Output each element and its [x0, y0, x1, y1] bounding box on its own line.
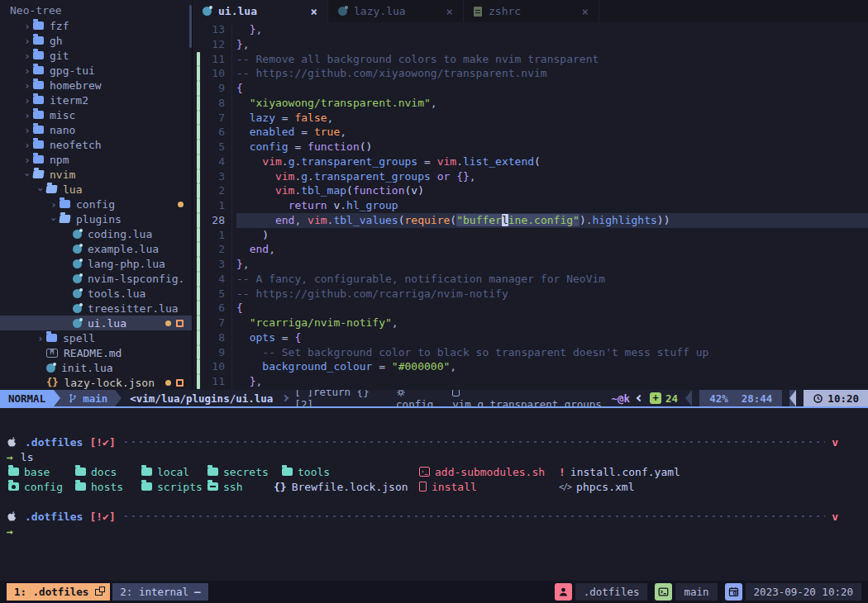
progress-segment: 42% 28:44 — [699, 390, 782, 406]
shell-command-line[interactable]: → ls — [0, 449, 868, 464]
code-text: ) — [236, 228, 868, 243]
modified-dot-icon — [165, 320, 171, 326]
tree-item-config[interactable]: ›config — [0, 197, 192, 211]
tree-item-label: lua — [63, 183, 82, 196]
tmux-window-1[interactable]: 1: .dotfiles — [7, 583, 110, 601]
tree-item-gh[interactable]: ›gh — [0, 33, 192, 48]
tree-item-nvim[interactable]: ›nvim — [0, 167, 192, 182]
tree-item-fzf[interactable]: ›fzf — [0, 18, 192, 33]
gutter-separator — [231, 345, 232, 360]
powerline-separator — [115, 390, 122, 406]
ls-output-row: confighostsscriptsssh{}Brewfile.lock.jso… — [0, 479, 868, 494]
code-line: 28 end, vim.tbl_values(require("bufferli… — [193, 213, 868, 228]
cursor-position: 28:44 — [742, 392, 773, 405]
statusline-right: ~@k + 24 42% 28:44 10:20 — [612, 390, 868, 406]
tree-item-iterm2[interactable]: ›iterm2 — [0, 93, 192, 107]
context-symbol: vim.g.transparent_groups — [452, 390, 603, 406]
tree-item-tools.lua[interactable]: tools.lua — [0, 286, 192, 301]
tree-item-init.lua[interactable]: init.lua — [0, 360, 192, 375]
code-text: enabled = true, — [236, 125, 868, 140]
git-status-badges — [178, 202, 192, 207]
close-icon[interactable]: × — [582, 5, 589, 18]
folder-icon — [8, 468, 19, 476]
line-number: 1 — [200, 228, 227, 243]
terminal-icon — [655, 583, 672, 601]
tmux-branch-name: main — [675, 583, 717, 601]
tab-zshrc[interactable]: zshrc× — [464, 0, 599, 22]
apple-icon — [7, 510, 17, 523]
scrollbar[interactable] — [189, 5, 192, 48]
code-text: end, vim.tbl_values(require("bufferline.… — [236, 213, 868, 228]
tree-item-label: misc — [50, 109, 75, 121]
code-text: lazy = false, — [236, 111, 868, 126]
ls-entry-name: install.conf.yaml — [570, 466, 680, 478]
bang-icon: ! — [559, 466, 565, 478]
folder-icon — [33, 51, 44, 59]
tab-lazy.lua[interactable]: lazy.lua× — [328, 0, 464, 22]
tmux-window-label: 1: .dotfiles — [14, 586, 88, 598]
braces-icon: {} — [274, 481, 287, 493]
line-number: 5 — [200, 287, 227, 302]
folder-icon — [141, 482, 152, 491]
tree-item-lang-php.lua[interactable]: lang-php.lua — [0, 256, 192, 271]
tree-item-misc[interactable]: ›misc — [0, 107, 192, 122]
tmux-statusbar: 1: .dotfiles 2: internal – .dotfiles mai… — [0, 581, 868, 603]
folder-icon — [33, 81, 44, 89]
git-branch-icon — [68, 392, 78, 404]
tree-item-git[interactable]: ›git — [0, 48, 192, 63]
git-status-flags: [!✔] — [89, 510, 115, 523]
code-text: return v.hl_group — [236, 198, 868, 213]
folder-icon — [33, 36, 44, 45]
line-number: 9 — [200, 345, 227, 360]
folder-icon — [32, 170, 44, 178]
code-line: 6 enabled = true, — [193, 125, 868, 140]
shell-input-line[interactable]: → — [0, 524, 868, 539]
gutter-separator — [231, 140, 232, 154]
tree-item-lua[interactable]: ›lua — [0, 182, 192, 197]
tree-item-homebrew[interactable]: ›homebrew — [0, 78, 192, 93]
tree-item-treesitter.lua[interactable]: treesitter.lua — [0, 301, 192, 316]
json-file-icon: {} — [46, 377, 58, 388]
line-number: 10 — [200, 66, 227, 81]
git-branch-segment[interactable]: main — [60, 390, 115, 406]
shell-prompt-line: .dotfiles [!✔] v — [0, 434, 868, 449]
tree-item-nvim-lspconfig.[interactable]: nvim-lspconfig. — [0, 271, 192, 286]
tree-item-example.lua[interactable]: example.lua — [0, 241, 192, 256]
ls-entry-name: secrets — [223, 466, 269, 478]
tree-item-label: config — [76, 198, 115, 211]
line-number: 7 — [200, 316, 227, 330]
code-text: "xiyaowong/transparent.nvim", — [236, 96, 868, 111]
close-icon[interactable]: × — [311, 5, 317, 18]
field-icon — [452, 390, 460, 396]
tab-ui.lua[interactable]: ui.lua× — [193, 0, 328, 22]
tmux-window-2[interactable]: 2: internal – — [112, 583, 207, 601]
folder-icon — [33, 96, 44, 104]
ls-entry-config: config — [8, 479, 63, 494]
line-number: 8 — [200, 330, 227, 345]
code-area[interactable]: 13 },12},11-- Remove all background colo… — [193, 22, 868, 390]
ls-output-row: basedocslocalsecretstools›_add-submodule… — [0, 464, 868, 479]
line-number: 11 — [200, 374, 227, 389]
ls-entry-base: base — [8, 464, 50, 479]
shell-pane[interactable]: .dotfiles [!✔] v → ls basedocslocalsecre… — [0, 408, 868, 581]
tree-item-nano[interactable]: ›nano — [0, 122, 192, 137]
tree-item-label: neofetch — [50, 139, 102, 151]
tree-item-coding.lua[interactable]: coding.lua — [0, 226, 192, 241]
tmux-session-name: .dotfiles — [575, 583, 648, 601]
tree-item-lazy-lock.json[interactable]: {}lazy-lock.json — [0, 375, 192, 390]
ls-entry-Brewfile.lock.json: {}Brewfile.lock.json — [274, 479, 408, 494]
tree-item-spell[interactable]: ›spell — [0, 330, 192, 345]
code-text: }, — [236, 37, 868, 52]
tree-item-neofetch[interactable]: ›neofetch — [0, 137, 192, 152]
ls-entry-add-submodules.sh: ›_add-submodules.sh — [419, 464, 545, 479]
context-array: [ ]return {} [2] — [294, 390, 388, 406]
vi-mode-indicator: v — [832, 436, 838, 449]
tree-item-ui.lua[interactable]: ui.lua — [0, 316, 192, 330]
close-icon[interactable]: × — [446, 5, 453, 18]
tree-item-README.md[interactable]: MREADME.md — [0, 345, 192, 360]
tree-item-npm[interactable]: ›npm — [0, 152, 192, 167]
tree-item-gpg-tui[interactable]: ›gpg-tui — [0, 63, 192, 78]
tree-item-label: init.lua — [61, 362, 113, 374]
tree-item-plugins[interactable]: ›plugins — [0, 211, 192, 226]
context-config: config — [396, 390, 444, 406]
